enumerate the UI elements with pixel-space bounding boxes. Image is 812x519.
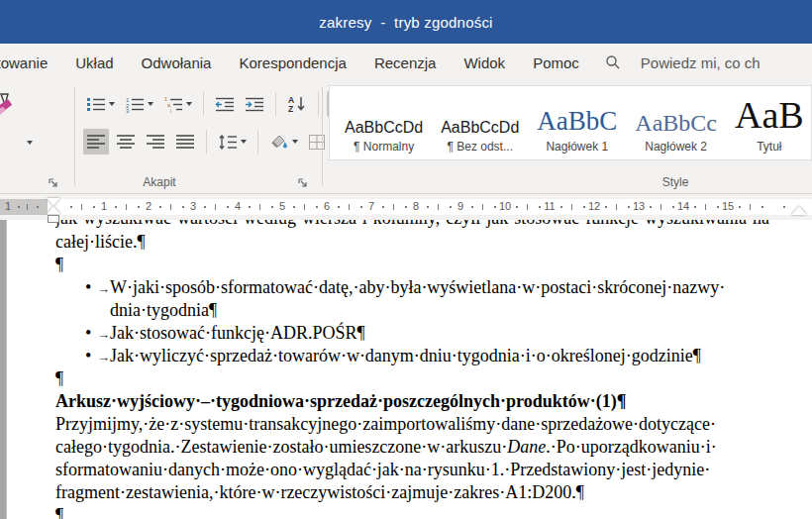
shading-button[interactable]	[266, 129, 301, 155]
bullet-list-line[interactable]: •→W·jaki·sposób·sformatować·datę,·aby·by…	[55, 276, 812, 299]
heading-line[interactable]: Arkusz·wyjściowy·–·tygodniowa·sprzedaż·p…	[55, 390, 812, 413]
text-line[interactable]: Przyjmijmy,·że·z·systemu·transakcyjnego·…	[55, 413, 812, 436]
bullet-list-line[interactable]: •→Jak·wyliczyć·sprzedaż·towarów·w·danym·…	[55, 345, 812, 367]
ruler-number: 11	[544, 200, 555, 212]
text-segment: Arkusz·wyjściowy·–·tygodniowa·sprzedaż·p…	[55, 391, 626, 411]
text-segment: Jak·wyliczyć·sprzedaż·towarów·w·danym·dn…	[110, 346, 701, 365]
align-left-icon	[86, 134, 106, 150]
ruler-tick	[37, 206, 39, 208]
text-line[interactable]: ¶	[55, 254, 812, 276]
ribbon-tab-recenzja[interactable]: Recenzja	[360, 54, 451, 71]
bullet-list-line[interactable]: •→Jak·stosować·funkcję·ADR.POŚR¶	[55, 322, 812, 345]
ruler-tick	[304, 204, 305, 210]
text-line[interactable]: sformatowaniu·danych·może·ono·wyglądać·j…	[55, 459, 812, 481]
style-item-normalny[interactable]: AaBbCcDd¶ Normalny	[336, 86, 432, 159]
ribbon-tab-pomoc[interactable]: Pomoc	[519, 54, 593, 71]
ruler-tick	[438, 204, 439, 210]
ruler-tick	[81, 204, 82, 210]
ribbon-tab-widok[interactable]: Widok	[450, 54, 519, 71]
ruler-tick	[739, 206, 741, 208]
text-segment: W·jaki·sposób·sformatować·datę,·aby·była…	[110, 277, 725, 297]
button-divider	[318, 92, 319, 116]
ruler-tick	[560, 206, 562, 208]
align-center-icon	[116, 134, 136, 150]
text-segment: fragment·zestawienia,·które·w·rzeczywist…	[55, 482, 584, 502]
bullet-list-button[interactable]	[83, 91, 118, 117]
tab-character-mark: →	[97, 323, 110, 346]
ruler-tick	[605, 206, 607, 208]
document-page[interactable]: jak·wyszukiwać·wartości·według·wiersza·i…	[6, 220, 812, 519]
ribbon-tab-układ[interactable]: Układ	[61, 54, 127, 71]
multilevel-list-button[interactable]: 1ai	[160, 91, 195, 117]
akapit-dialog-launcher[interactable]	[297, 175, 311, 189]
increase-indent-icon	[245, 96, 264, 113]
ruler-number: 14	[677, 200, 689, 212]
align-left-button[interactable]	[83, 129, 109, 155]
horizontal-ruler[interactable]: 1123456789101112131415	[0, 194, 812, 220]
align-right-button[interactable]	[143, 129, 168, 155]
ruler-tick	[271, 206, 273, 208]
ruler-tick	[583, 206, 585, 208]
text-segment: całej·liście.¶	[55, 232, 146, 252]
chevron-down-icon[interactable]	[27, 141, 33, 145]
bullet-list-line[interactable]: dnia·tygodnia¶	[55, 299, 812, 322]
first-line-indent-marker[interactable]	[47, 198, 60, 206]
style-item-bezodst[interactable]: AaBbCcDd¶ Bez odst...	[432, 86, 528, 159]
button-divider	[257, 130, 258, 154]
font-dialog-launcher[interactable]	[48, 175, 61, 189]
borders-icon	[308, 134, 326, 151]
ribbon-tab-odwołania[interactable]: Odwołania	[128, 54, 226, 71]
style-item-tytuł[interactable]: AaBTytuł	[726, 86, 812, 159]
ruler-tick	[705, 204, 706, 210]
text-line[interactable]: całego·tygodnia.·Zestawienie·zostało·umi…	[55, 436, 812, 459]
ruler-tick	[405, 206, 407, 208]
clear-formatting-icon[interactable]	[0, 93, 17, 123]
decrease-indent-button[interactable]	[212, 91, 238, 117]
chevron-down-icon	[186, 102, 192, 106]
ruler-number: 4	[235, 200, 241, 212]
sort-button[interactable]: AZ	[284, 91, 310, 117]
svg-text:3: 3	[126, 108, 130, 113]
ruler-tick	[27, 204, 28, 210]
tell-me-search[interactable]: Powiedz mi, co ch	[605, 54, 761, 71]
text-segment: całego·tygodnia.·Zestawienie·zostało·umi…	[55, 437, 507, 457]
hanging-indent-marker[interactable]	[47, 206, 60, 214]
ribbon-tab-projektowanie[interactable]: Projektowanie	[0, 54, 61, 71]
right-indent-marker[interactable]	[791, 206, 807, 215]
style-label: ¶ Bez odst...	[447, 140, 512, 154]
justify-icon	[175, 134, 195, 150]
align-center-button[interactable]	[113, 129, 139, 155]
ruler-number: 9	[457, 200, 463, 212]
text-line[interactable]: ¶	[55, 367, 812, 390]
justify-button[interactable]	[172, 129, 198, 155]
ruler-tick	[159, 206, 161, 208]
text-segment: ¶	[55, 255, 63, 274]
chevron-down-icon	[109, 102, 115, 106]
ruler-tick	[293, 206, 295, 208]
group-divider	[322, 87, 323, 186]
style-item-nagłówek2[interactable]: AaBbCcNagłówek 2	[626, 86, 726, 159]
style-sample: AaBbC	[537, 91, 617, 137]
text-line[interactable]: jak·wyszukiwać·wartości·według·wiersza·i…	[55, 220, 812, 231]
style-label: Nagłówek 1	[546, 140, 608, 154]
svg-text:Z: Z	[288, 104, 293, 113]
left-indent-marker[interactable]	[48, 215, 59, 223]
text-line[interactable]: ¶	[55, 504, 812, 519]
ruler-tick	[471, 206, 473, 208]
text-line[interactable]: całej·liście.¶	[55, 231, 812, 254]
ruler-number: 10	[499, 200, 511, 212]
chevron-down-icon	[241, 140, 247, 144]
style-label: Nagłówek 2	[645, 140, 707, 154]
sort-icon: AZ	[287, 95, 307, 113]
numbered-list-button[interactable]: 123	[122, 91, 156, 117]
increase-indent-button[interactable]	[242, 91, 267, 117]
line-spacing-button[interactable]	[215, 129, 250, 155]
text-segment: Przyjmijmy,·że·z·systemu·transakcyjnego·…	[55, 414, 716, 434]
ruler-tick	[382, 206, 384, 208]
ruler-tick	[516, 206, 518, 208]
ribbon-tab-korespondencja[interactable]: Korespondencja	[225, 54, 359, 71]
style-item-nagłówek1[interactable]: AaBbCNagłówek 1	[528, 86, 626, 159]
text-line[interactable]: fragment·zestawienia,·które·w·rzeczywist…	[55, 481, 812, 504]
ruler-tick	[182, 206, 184, 208]
ruler-tick	[650, 206, 652, 208]
